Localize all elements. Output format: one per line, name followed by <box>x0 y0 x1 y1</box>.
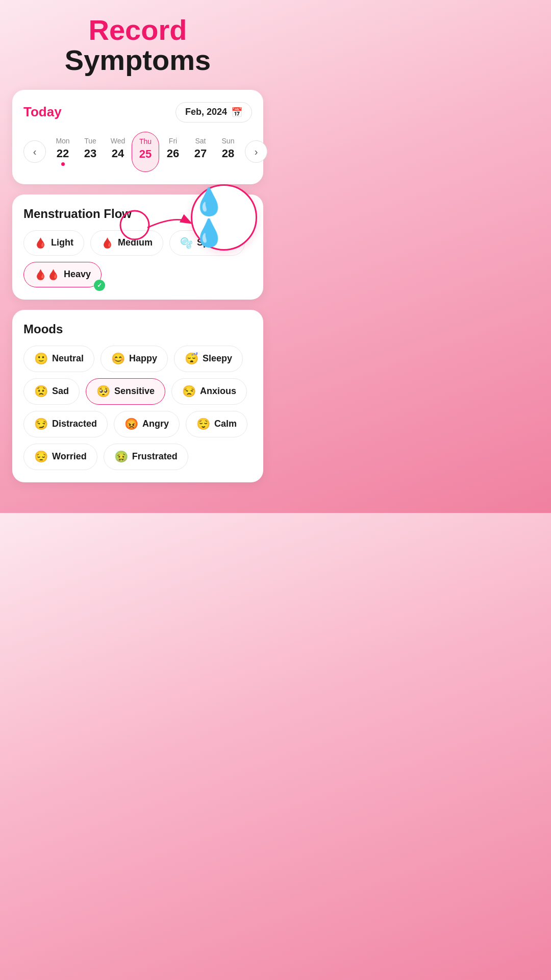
calendar-icon: 📅 <box>231 107 242 118</box>
mood-calm[interactable]: 😌 Calm <box>186 411 247 437</box>
mood-frustrated[interactable]: 🤢 Frustrated <box>104 444 188 470</box>
mood-label: Happy <box>129 353 157 364</box>
mood-label: Angry <box>142 419 169 429</box>
mood-label: Sleepy <box>203 353 232 364</box>
calm-icon: 😌 <box>196 418 210 431</box>
anxious-icon: 😒 <box>182 385 196 398</box>
mood-sensitive[interactable]: 🥺 Sensitive <box>86 378 165 405</box>
sensitive-icon: 🥺 <box>96 385 110 398</box>
mood-label: Frustrated <box>132 451 178 462</box>
flow-options-container: 🩸 Light 🩸 Medium 🫧 Spotting 🩸🩸 Heavy ✓ 💧… <box>23 230 252 287</box>
moods-card: Moods 🙂 Neutral 😊 Happy 😴 Sleepy 😟 Sad 🥺… <box>12 310 263 482</box>
worried-icon: 😔 <box>34 450 48 463</box>
header-line1: Record <box>65 15 211 45</box>
cal-day-num: 25 <box>139 148 152 161</box>
mood-label: Sad <box>52 386 69 397</box>
mood-happy[interactable]: 😊 Happy <box>101 346 168 372</box>
mood-sleepy[interactable]: 😴 Sleepy <box>174 346 243 372</box>
flow-option-heavy[interactable]: 🩸🩸 Heavy ✓ <box>23 262 102 287</box>
cal-day-sun[interactable]: Sun 28 <box>214 132 242 172</box>
prev-week-button[interactable]: ‹ <box>23 140 46 163</box>
cal-day-name: Sun <box>222 137 235 145</box>
cal-day-wed[interactable]: Wed 24 <box>104 132 132 172</box>
cal-day-thu[interactable]: Thu 25 <box>132 132 159 172</box>
happy-icon: 😊 <box>111 352 125 365</box>
mood-label: Calm <box>214 419 237 429</box>
flow-option-label: Heavy <box>64 269 91 280</box>
cal-day-tue[interactable]: Tue 23 <box>77 132 104 172</box>
mood-label: Anxious <box>200 386 236 397</box>
heavy-icon: 🩸🩸 <box>34 268 60 281</box>
cal-day-name: Thu <box>139 137 152 145</box>
mood-label: Neutral <box>52 353 84 364</box>
sad-icon: 😟 <box>34 385 48 398</box>
cal-day-name: Wed <box>111 137 126 145</box>
light-icon: 🩸 <box>34 237 47 249</box>
selected-check: ✓ <box>94 280 105 291</box>
angry-icon: 😡 <box>124 418 138 431</box>
month-label: Feb, 2024 <box>185 107 227 117</box>
moods-title: Moods <box>23 322 252 336</box>
mood-neutral[interactable]: 🙂 Neutral <box>23 346 94 372</box>
cal-day-num: 24 <box>112 147 124 160</box>
mood-label: Sensitive <box>114 386 155 397</box>
mood-sad[interactable]: 😟 Sad <box>23 378 80 405</box>
mood-distracted[interactable]: 😏 Distracted <box>23 411 108 437</box>
mood-anxious[interactable]: 😒 Anxious <box>171 378 247 405</box>
cal-day-num: 23 <box>84 147 96 160</box>
next-week-button[interactable]: › <box>245 140 267 163</box>
mood-label: Distracted <box>52 419 97 429</box>
mood-angry[interactable]: 😡 Angry <box>114 411 180 437</box>
mood-worried[interactable]: 😔 Worried <box>23 444 97 470</box>
calendar-header: Today Feb, 2024 📅 <box>23 102 252 122</box>
flow-card: Menstruation Flow 🩸 Light 🩸 Medium 🫧 Spo… <box>12 194 263 300</box>
cal-day-num: 22 <box>57 147 69 160</box>
calendar-row: ‹ Mon 22 Tue 23 Wed 24 Thu 25 Fri 26 Sat… <box>23 132 252 172</box>
cal-day-name: Sat <box>195 137 206 145</box>
neutral-icon: 🙂 <box>34 352 48 365</box>
today-label: Today <box>23 104 62 120</box>
cal-day-sat[interactable]: Sat 27 <box>187 132 214 172</box>
calendar-card: Today Feb, 2024 📅 ‹ Mon 22 Tue 23 Wed 24… <box>12 90 263 184</box>
header: Record Symptoms <box>65 15 211 76</box>
flow-annotation-circle: 💧💧 <box>191 184 257 251</box>
flow-option-light[interactable]: 🩸 Light <box>23 230 84 256</box>
cal-day-num: 28 <box>222 147 234 160</box>
cal-day-fri[interactable]: Fri 26 <box>159 132 187 172</box>
moods-grid: 🙂 Neutral 😊 Happy 😴 Sleepy 😟 Sad 🥺 Sensi… <box>23 346 252 470</box>
cal-dot <box>61 162 65 166</box>
flow-option-label: Light <box>51 237 73 248</box>
cal-day-name: Fri <box>169 137 177 145</box>
mood-label: Worried <box>52 451 87 462</box>
annotation-arrow <box>104 200 206 251</box>
cal-days: Mon 22 Tue 23 Wed 24 Thu 25 Fri 26 Sat 2… <box>49 132 242 172</box>
cal-day-num: 26 <box>167 147 179 160</box>
svg-point-0 <box>120 211 149 239</box>
distracted-icon: 😏 <box>34 418 48 431</box>
cal-day-name: Tue <box>84 137 96 145</box>
cal-day-num: 27 <box>194 147 207 160</box>
sleepy-icon: 😴 <box>185 352 198 365</box>
cal-day-mon[interactable]: Mon 22 <box>49 132 77 172</box>
month-badge[interactable]: Feb, 2024 📅 <box>176 102 252 122</box>
frustrated-icon: 🤢 <box>114 450 128 463</box>
cal-day-name: Mon <box>56 137 69 145</box>
header-line2: Symptoms <box>65 45 211 76</box>
